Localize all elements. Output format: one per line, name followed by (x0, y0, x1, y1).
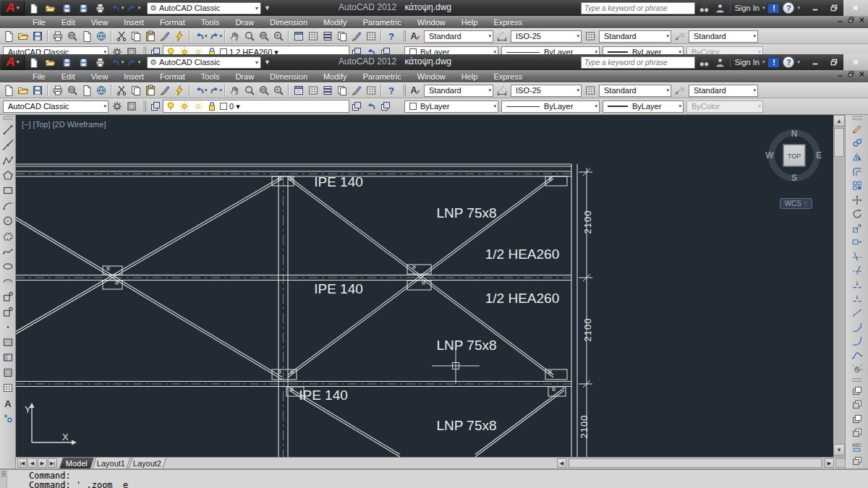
doc-minimize-icon[interactable] (837, 17, 843, 23)
trim-icon[interactable] (848, 249, 866, 264)
search-input[interactable] (582, 58, 694, 67)
prev-tab-button[interactable]: ◀ (27, 458, 37, 468)
copy-clip-icon[interactable] (129, 30, 143, 43)
qat-redo-button[interactable]: ▾ (126, 55, 141, 69)
close-button[interactable] (843, 0, 868, 16)
menu-view[interactable]: View (83, 72, 116, 81)
workspace-settings-icon[interactable] (110, 46, 124, 54)
break-icon[interactable] (848, 291, 866, 306)
sheet-set-manager-icon[interactable] (335, 30, 349, 43)
sheet-set-manager-icon[interactable] (335, 84, 349, 97)
quick-calc-icon[interactable] (364, 30, 378, 43)
menu-edit[interactable]: Edit (54, 72, 83, 81)
scrollbar-thumb[interactable] (834, 128, 844, 157)
rectangle-icon[interactable] (1, 183, 15, 198)
markup-icon[interactable] (349, 84, 364, 97)
make-block-icon[interactable] (1, 304, 15, 320)
menu-draw[interactable]: Draw (227, 72, 262, 81)
qat-open-button[interactable] (43, 1, 58, 15)
zoom-realtime-icon[interactable] (242, 84, 257, 97)
scale-icon[interactable] (848, 221, 866, 236)
mleader-style-icon[interactable] (673, 30, 687, 43)
table-style-select[interactable]: Standard▾ (599, 30, 671, 43)
region-icon[interactable] (1, 365, 15, 380)
pan-icon[interactable] (228, 30, 242, 43)
doc-restore-icon[interactable] (848, 17, 854, 23)
doc-close-icon[interactable] (859, 71, 865, 77)
multiline-text-icon[interactable] (1, 395, 15, 411)
toolbar-grip[interactable] (403, 85, 406, 96)
point-icon[interactable] (1, 320, 15, 335)
bring-to-front-icon[interactable] (848, 384, 866, 398)
zoom-window-icon[interactable] (257, 84, 271, 97)
tool-palettes-icon[interactable] (320, 30, 335, 43)
toolbar-grip[interactable] (403, 30, 406, 42)
insert-block-icon[interactable] (1, 289, 15, 304)
viewport-controls-label[interactable]: [−] [Top] [2D Wireframe] (22, 120, 106, 129)
menu-parametric[interactable]: Parametric (354, 18, 409, 27)
qat-open-button[interactable] (43, 55, 58, 69)
application-menu-button[interactable]: A▾ (1, 55, 25, 70)
table-style-select[interactable]: Standard▾ (599, 85, 671, 97)
color-select[interactable]: ByLayer▾ (404, 100, 498, 113)
menu-file[interactable]: File (25, 18, 54, 27)
restore-button[interactable] (825, 0, 843, 16)
mleader-style-select[interactable]: Standard▾ (689, 85, 758, 97)
command-line-window[interactable]: Command: Command: ' .zoom e (0, 468, 868, 488)
wcs-menu[interactable]: WCS▽ (780, 198, 812, 209)
make-object-layer-current-icon[interactable] (349, 46, 364, 54)
help-icon[interactable] (384, 30, 399, 43)
arc-icon[interactable] (1, 198, 15, 213)
hatch-icon[interactable] (1, 335, 15, 350)
menu-dimension[interactable]: Dimension (262, 18, 315, 27)
table-style-icon[interactable] (583, 84, 597, 97)
join-icon[interactable] (848, 306, 866, 320)
spline-icon[interactable] (1, 244, 15, 259)
toolbar-grip[interactable] (852, 116, 862, 120)
hscroll-left-button[interactable]: ◀ (557, 458, 566, 468)
compass-west[interactable]: W (765, 150, 773, 160)
layer-thaw-icon[interactable] (179, 46, 190, 54)
text-style-select[interactable]: Standard▾ (424, 85, 493, 97)
text-style-icon[interactable] (408, 84, 422, 97)
help-button[interactable]: ? (783, 2, 794, 14)
revision-cloud-icon[interactable] (1, 228, 15, 244)
workspace-toolbar-select[interactable]: AutoCAD Classic▾ (3, 100, 109, 113)
vertical-scrollbar[interactable]: ▲ ▼ (833, 115, 845, 457)
break-at-point-icon[interactable] (848, 278, 866, 292)
layer-select[interactable]: 0 ▾ (163, 100, 349, 113)
design-center-icon[interactable] (306, 30, 320, 43)
doc-minimize-icon[interactable] (837, 71, 843, 77)
properties-palette-icon[interactable] (292, 84, 306, 97)
horizontal-scrollbar[interactable] (567, 458, 825, 468)
menu-window[interactable]: Window (409, 18, 454, 27)
sign-in-button[interactable]: Sign In (730, 3, 760, 13)
publish-icon[interactable] (80, 84, 94, 97)
menu-draw[interactable]: Draw (227, 18, 262, 27)
mirror-icon[interactable] (848, 150, 866, 165)
open-icon[interactable] (16, 84, 30, 97)
menu-dimension[interactable]: Dimension (262, 72, 315, 81)
cut-icon[interactable] (114, 30, 129, 43)
match-properties-icon[interactable] (158, 30, 172, 43)
ellipse-arc-icon[interactable] (1, 274, 15, 289)
polygon-icon[interactable] (1, 168, 15, 183)
exchange-icon[interactable]: ! (767, 3, 780, 14)
copy-clip-icon[interactable] (129, 84, 143, 97)
layer-states-icon[interactable] (378, 100, 393, 113)
plot-icon[interactable] (51, 30, 65, 43)
compass-east[interactable]: E (816, 150, 822, 160)
layer-freeze-viewport-icon[interactable] (192, 46, 204, 54)
text-style-select[interactable]: Standard▾ (424, 30, 493, 43)
text-to-front-icon[interactable] (848, 440, 866, 455)
layer-previous-icon[interactable] (364, 100, 378, 113)
model-space-viewport[interactable]: [−] [Top] [2D Wireframe] IPE 140 LNP 75x… (0, 115, 868, 457)
hscroll-right-button[interactable]: ▶ (825, 458, 834, 468)
zoom-previous-icon[interactable] (271, 84, 286, 97)
table-icon[interactable] (1, 380, 15, 395)
workspace-settings-icon[interactable] (110, 100, 124, 113)
cut-icon[interactable] (114, 84, 129, 97)
qat-redo-button[interactable]: ▾ (126, 1, 141, 15)
polyline-icon[interactable] (1, 153, 15, 168)
paste-icon[interactable] (143, 30, 158, 43)
